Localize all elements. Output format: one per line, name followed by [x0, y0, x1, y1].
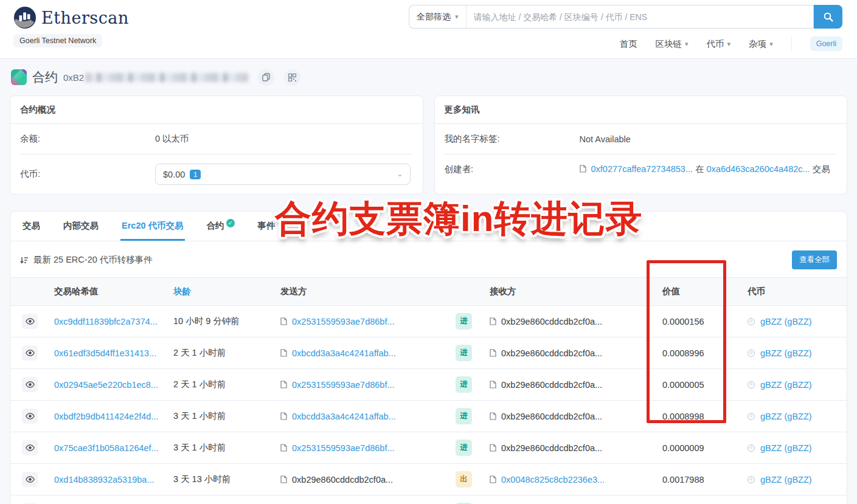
direction-badge: 进	[456, 313, 472, 330]
copy-address-button[interactable]	[258, 69, 274, 86]
creator-address-link[interactable]: 0xf0277caffea72734853...	[591, 164, 693, 174]
from-address-link[interactable]: 0xb29e860cddcdb2cf0a...	[292, 475, 393, 485]
value-text: 0.0008996	[662, 348, 704, 358]
tx-hash-link[interactable]: 0x02945ae5e220cb1ec8...	[54, 380, 158, 390]
tx-hash-link[interactable]: 0xd14b838932a5319ba...	[54, 475, 154, 485]
brand-name: Etherscan	[41, 9, 129, 27]
search-button[interactable]	[814, 5, 842, 29]
preview-tx-button[interactable]	[22, 440, 38, 455]
preview-tx-button[interactable]	[22, 345, 38, 361]
nav-item-tokens[interactable]: 代币 ▾	[707, 38, 731, 50]
eye-icon	[26, 444, 35, 451]
balance-label: 余额:	[20, 133, 155, 145]
tx-hash-link[interactable]: 0x61edf3d5d4ff1e31413...	[54, 348, 156, 358]
transfers-table: 交易哈希值 块龄 发送方 接收方 价值 代币 0xc9ddf11839bfc2a…	[10, 277, 847, 504]
document-icon	[280, 444, 287, 452]
from-address-link[interactable]: 0x2531559593ae7d86bf...	[292, 380, 395, 390]
token-link[interactable]: gBZZ (gBZZ)	[760, 443, 812, 453]
to-address-link[interactable]: 0xb29e860cddcdb2cf0a...	[501, 348, 602, 358]
sort-icon	[20, 256, 29, 264]
token-icon	[748, 318, 755, 325]
document-icon	[580, 165, 586, 173]
tx-hash-link[interactable]: 0x75cae3f1b058a1264ef...	[54, 443, 159, 453]
col-header-age[interactable]: 块龄	[168, 278, 276, 306]
document-icon	[280, 412, 287, 420]
nav-item-blockchain[interactable]: 区块链 ▾	[656, 38, 689, 50]
network-selector-button[interactable]: Goerli	[810, 36, 842, 51]
to-address-link[interactable]: 0x0048c825c8cb2236e3...	[501, 475, 605, 485]
network-badge: Goerli Testnet Network	[13, 34, 102, 47]
document-icon	[490, 444, 496, 452]
nav-item-home[interactable]: 首页	[620, 38, 637, 50]
from-address-link[interactable]: 0x2531559593ae7d86bf...	[292, 443, 395, 453]
table-header-row: 交易哈希值 块龄 发送方 接收方 价值 代币	[10, 278, 847, 306]
contract-avatar	[11, 69, 27, 85]
document-icon	[280, 381, 287, 388]
to-address-link[interactable]: 0xb29e860cddcdb2cf0a...	[501, 443, 602, 453]
balance-value: 0 以太币	[155, 133, 189, 145]
token-link[interactable]: gBZZ (gBZZ)	[760, 412, 812, 421]
tx-hash-link[interactable]: 0xc9ddf11839bfc2a7374...	[54, 317, 158, 326]
tab-transactions[interactable]: 交易	[21, 212, 41, 241]
direction-badge: 出	[456, 471, 472, 488]
eye-icon	[26, 318, 35, 325]
token-count-badge: 1	[190, 170, 201, 179]
transfers-summary: 最新 25 ERC-20 代币转移事件	[33, 254, 153, 266]
from-address-link[interactable]: 0xbcdd3a3a4c4241affab...	[292, 348, 396, 358]
nav-item-misc[interactable]: 杂项 ▾	[749, 38, 773, 50]
tx-hash-link[interactable]: 0xbdf2b9db411424e2f4d...	[54, 412, 158, 421]
preview-tx-button[interactable]	[22, 409, 38, 424]
token-holdings-dropdown[interactable]: $0.00 1 ⌄	[155, 164, 411, 185]
view-all-button[interactable]: 查看全部	[792, 250, 837, 269]
document-icon	[490, 317, 496, 325]
age-text: 3 天 13 小时前	[173, 474, 231, 484]
balance-row: 余额: 0 以太币	[20, 124, 413, 154]
site-header: Etherscan Goerli Testnet Network 全部筛选 ▾ …	[0, 0, 857, 59]
tab-contract[interactable]: 合约 ✓	[206, 212, 236, 241]
token-link[interactable]: gBZZ (gBZZ)	[760, 317, 812, 326]
eye-icon	[26, 381, 35, 388]
document-icon	[490, 381, 496, 388]
chevron-down-icon: ▾	[685, 40, 689, 48]
token-label: 代币:	[20, 168, 155, 180]
search-filter-dropdown[interactable]: 全部筛选 ▾	[409, 5, 466, 29]
preview-tx-button[interactable]	[22, 472, 38, 487]
token-link[interactable]: gBZZ (gBZZ)	[760, 348, 812, 358]
age-text: 3 天 1 小时前	[173, 443, 226, 452]
value-text: 0.0000156	[662, 317, 704, 326]
tab-erc20-transfers[interactable]: Erc20 代币交易	[120, 212, 185, 241]
table-row: 0xc9ddf11839bfc2a7374... 10 小时 9 分钟前 0x2…	[10, 306, 847, 337]
token-total-value: $0.00	[163, 170, 185, 179]
document-icon	[280, 475, 287, 483]
search-input[interactable]	[466, 5, 814, 29]
token-icon	[748, 476, 755, 483]
copy-icon	[262, 73, 270, 81]
chevron-down-icon: ⌄	[397, 170, 403, 178]
table-row: 0x75cae3f1b058a1264ef... 3 天 1 小时前 0x253…	[10, 432, 847, 464]
token-link[interactable]: gBZZ (gBZZ)	[760, 380, 812, 390]
qr-code-button[interactable]	[284, 69, 300, 86]
tab-events[interactable]: 事件	[257, 212, 277, 241]
document-icon	[490, 475, 496, 483]
overview-card-title: 合约概况	[10, 96, 423, 124]
preview-tx-button[interactable]	[22, 314, 38, 329]
tab-internal-transactions[interactable]: 内部交易	[62, 212, 100, 241]
to-address-link[interactable]: 0xb29e860cddcdb2cf0a...	[501, 412, 602, 421]
token-link[interactable]: gBZZ (gBZZ)	[760, 475, 812, 485]
to-address-link[interactable]: 0xb29e860cddcdb2cf0a...	[501, 380, 602, 390]
creation-tx-link[interactable]: 0xa6d463ca260c4a482c...	[707, 164, 810, 174]
brand[interactable]: Etherscan	[13, 6, 129, 29]
col-header-value: 价值	[648, 278, 739, 306]
document-icon	[280, 349, 287, 357]
to-address-link[interactable]: 0xb29e860cddcdb2cf0a...	[501, 317, 602, 326]
value-text: 0.0008998	[662, 412, 704, 421]
direction-badge: 进	[456, 440, 472, 456]
transfers-table-body: 0xc9ddf11839bfc2a7374... 10 小时 9 分钟前 0x2…	[10, 306, 847, 504]
contract-overview-card: 合约概况 余额: 0 以太币 代币: $0.00 1 ⌄	[10, 95, 423, 195]
age-text: 2 天 1 小时前	[173, 348, 226, 357]
etherscan-logo-icon	[13, 6, 36, 29]
age-text: 10 小时 9 分钟前	[173, 316, 240, 326]
preview-tx-button[interactable]	[22, 377, 38, 392]
from-address-link[interactable]: 0xbcdd3a3a4c4241affab...	[292, 412, 396, 421]
from-address-link[interactable]: 0x2531559593ae7d86bf...	[292, 317, 395, 326]
